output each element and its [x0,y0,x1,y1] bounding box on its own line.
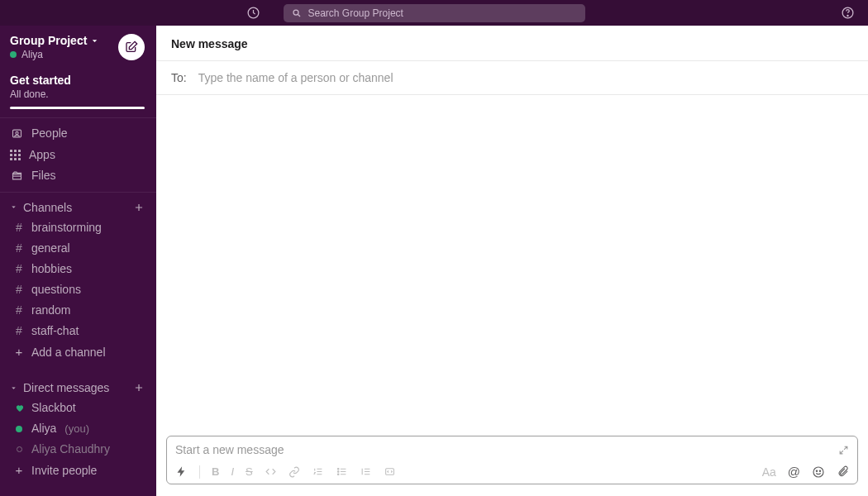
italic-icon[interactable]: I [231,465,234,478]
apps-grid-icon [10,150,21,160]
compose-icon [125,41,138,54]
dm-name: Aliya Chaudhry [31,441,110,458]
people-icon [10,127,23,140]
search-input[interactable]: Search Group Project [284,4,585,22]
channel-item[interactable]: #questions [0,279,156,300]
heart-icon [13,403,25,413]
svg-point-10 [813,467,823,477]
hash-icon: # [13,240,25,257]
add-channel-icon[interactable] [133,202,145,213]
sidebar-item-files[interactable]: Files [0,165,156,187]
message-body [156,95,868,436]
workspace-header: Group Project Aliya [0,26,156,67]
dm-item-user[interactable]: Aliya Chaudhry [0,439,156,460]
channels-header[interactable]: Channels [0,198,156,217]
channel-name: random [31,302,70,319]
format-icon[interactable]: Aa [762,465,776,479]
bulleted-list-icon[interactable] [336,466,348,477]
progress-bar [10,107,145,109]
mention-icon[interactable]: @ [788,465,800,479]
channel-name: brainstorming [31,219,102,236]
hash-icon: # [13,219,25,236]
get-started-title: Get started [10,74,145,87]
ordered-list-icon[interactable] [312,466,324,477]
shortcut-bolt-icon[interactable] [175,465,188,478]
channel-item[interactable]: #general [0,238,156,259]
hash-icon: # [13,281,25,298]
toolbar-divider [199,465,200,479]
channel-name: general [31,240,70,257]
channel-name: staff-chat [31,322,79,340]
svg-point-7 [337,471,339,473]
dm-name: Slackbot [31,399,76,417]
caret-down-icon [10,203,18,211]
add-channel-item[interactable]: +Add a channel [0,341,156,364]
history-icon[interactable] [246,6,260,20]
dm-name: Aliya [31,420,56,437]
channel-name: questions [31,281,81,298]
svg-point-12 [819,470,820,471]
sidebar: Group Project Aliya Get started All done… [0,26,156,496]
svg-point-5 [15,132,17,135]
add-dm-icon[interactable] [133,382,145,393]
hash-icon: # [13,322,25,340]
channel-item[interactable]: #random [0,300,156,321]
dm-item-self[interactable]: Aliya (you) [0,418,156,439]
channels-section: Channels #brainstorming #general #hobbie… [0,192,156,369]
svg-point-3 [847,15,848,16]
invite-people-label: Invite people [31,462,97,479]
svg-point-11 [816,470,817,471]
to-input[interactable] [198,71,853,84]
svg-point-6 [337,468,339,470]
add-channel-label: Add a channel [31,344,106,361]
sidebar-item-label: Apps [29,147,55,164]
caret-down-icon [10,384,18,392]
main-header: New message [156,26,868,61]
composer: B I S Aa @ [166,436,858,484]
attach-icon[interactable] [837,465,849,478]
invite-people-item[interactable]: + Invite people [0,460,156,482]
dm-item-slackbot[interactable]: Slackbot [0,398,156,418]
emoji-icon[interactable] [812,465,825,479]
main-content: New message To: [156,26,868,496]
search-placeholder: Search Group Project [308,7,403,19]
get-started-subtitle: All done. [10,88,145,100]
presence-away-icon [13,446,25,452]
compose-button[interactable] [118,34,145,60]
user-status[interactable]: Aliya [10,49,99,60]
sidebar-item-people[interactable]: People [0,123,156,145]
strikethrough-icon[interactable]: S [246,465,253,478]
search-icon [292,8,302,18]
channel-name: hobbies [31,260,72,278]
plus-icon: + [13,461,25,480]
presence-active-icon [13,426,25,432]
codeblock-icon[interactable] [384,466,396,477]
expand-icon[interactable] [838,445,849,455]
workspace-switcher[interactable]: Group Project [10,34,99,47]
bold-icon[interactable]: B [212,465,219,478]
blockquote-icon[interactable] [360,466,372,477]
channel-item[interactable]: #hobbies [0,259,156,279]
code-icon[interactable] [265,466,277,477]
composer-toolbar: B I S Aa @ [167,461,857,484]
svg-rect-4 [12,130,21,137]
topbar: Search Group Project [0,0,868,26]
page-title: New message [171,37,853,50]
dms-header[interactable]: Direct messages [0,378,156,398]
plus-icon: + [13,343,25,362]
hash-icon: # [13,260,25,278]
files-icon [10,169,23,182]
get-started-section[interactable]: Get started All done. [0,67,156,117]
channel-item[interactable]: #brainstorming [0,217,156,238]
sidebar-item-apps[interactable]: Apps [0,145,156,166]
help-icon[interactable] [841,6,855,20]
channel-item[interactable]: #staff-chat [0,321,156,341]
to-label: To: [171,71,187,84]
nav-section-primary: People Apps Files [0,117,156,192]
message-input[interactable] [175,443,838,456]
hash-icon: # [13,302,25,319]
dms-section: Direct messages Slackbot Aliya (you) Ali… [0,368,156,487]
to-row: To: [156,61,868,95]
sidebar-item-label: People [31,126,68,142]
link-icon[interactable] [289,466,300,478]
